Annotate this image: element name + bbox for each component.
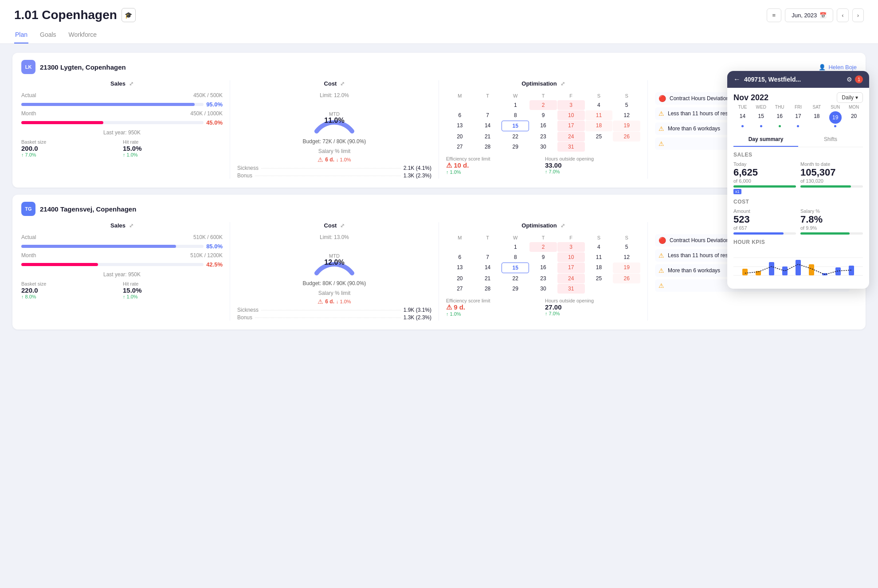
fp-kpi-row-sales: Today 6,625 of 6,000 x1 Month to date 10… xyxy=(733,161,863,194)
fp-mtd-kpi: Month to date 105,307 of 130,020 xyxy=(800,161,863,194)
cost-section-1: Cost ⤢ Limit: 12.0% MTD 11.0% Budget: 72… xyxy=(230,80,439,179)
page-title: 1.01 Copenhagen 🎓 xyxy=(14,8,136,22)
fp-cal-14[interactable]: 14 xyxy=(733,111,752,124)
comp-text-1-2: Less than 11 hours of rest xyxy=(668,110,729,117)
month-label-1: Month xyxy=(21,110,36,117)
svg-rect-10 xyxy=(835,267,841,275)
comp-icon-orange-6: ⚠ xyxy=(658,282,664,289)
fp-hour-kpis: Hour KPIs xyxy=(733,239,863,284)
tab-goals[interactable]: Goals xyxy=(39,27,57,43)
month-pct-1: 45.0% xyxy=(206,119,223,126)
store-user-name-1: Helen Boje xyxy=(828,64,857,71)
comp-icon-orange-2: ⚠ xyxy=(658,125,664,132)
comp-icon-red-1: 🔴 xyxy=(658,95,666,102)
cost-expand-2[interactable]: ⤢ xyxy=(340,223,345,229)
opt-section-2: Optimisation ⤢ MTWTFSS 12345 6789101112 … xyxy=(439,222,648,321)
fp-cal-20[interactable]: 20 xyxy=(845,111,863,124)
budget-1: Budget: 72K / 80K (90.0%) xyxy=(237,138,431,145)
fp-body: Sales Today 6,625 of 6,000 x1 Month to d… xyxy=(727,147,869,289)
hitrate-label-1: Hit rate xyxy=(123,139,223,145)
donut-1: MTD 11.0% xyxy=(310,100,359,136)
svg-rect-6 xyxy=(782,267,788,275)
fp-cal-17[interactable]: 17 xyxy=(789,111,807,124)
cost-limit-1: Limit: 12.0% xyxy=(237,92,431,98)
comp-icon-orange-5: ⚠ xyxy=(658,267,664,274)
fp-month-title: Nov 2022 xyxy=(733,93,768,102)
store-user-1[interactable]: 👤 Helen Boje xyxy=(819,64,857,71)
salary-warn-1: ⚠ xyxy=(317,156,323,163)
tab-workforce[interactable]: Workforce xyxy=(68,27,98,43)
sales-expand-1[interactable]: ⤢ xyxy=(129,81,133,87)
opt-expand-2[interactable]: ⤢ xyxy=(561,223,565,229)
comp-text-1-1: Contract Hours Deviation xyxy=(670,95,729,102)
fp-cost-section: Cost Amount 523 of 657 Salary % 7.8% of … xyxy=(733,199,863,235)
calendar-icon: 📅 xyxy=(819,12,827,19)
fp-icons: ⚙ 1 xyxy=(847,75,863,83)
fp-title: 409715, Westfield... xyxy=(744,76,843,83)
month-metric-1: Month 450K / 1000K 45.0% xyxy=(21,110,223,126)
prev-button[interactable]: ‹ xyxy=(837,8,848,22)
title-row: 1.01 Copenhagen 🎓 ≡ Jun, 2023 📅 ‹ › xyxy=(14,8,864,27)
tab-plan[interactable]: Plan xyxy=(14,27,28,43)
fp-cal-15[interactable]: 15 xyxy=(752,111,770,124)
store-title-1: LK 21300 Lygten, Copenhagen xyxy=(21,60,126,74)
cost-title-1: Cost ⤢ xyxy=(237,80,431,87)
fp-sales-label: Sales xyxy=(733,152,863,158)
fp-cal-nav: TUE WED THU FRI SAT SUN MON 14 15 16 17 … xyxy=(727,105,869,129)
store-avatar-1: LK xyxy=(21,60,35,74)
svg-rect-7 xyxy=(796,260,801,275)
comp-text-1-3: More than 6 workdays xyxy=(668,125,720,132)
sales-section-1: Sales ⤢ Actual 450K / 500K 95.0% Month xyxy=(21,80,230,179)
cal-bottom-1: Efficiency score limit ⚠ 10 d. ↑ 1.0% Ho… xyxy=(446,156,640,175)
fp-today-kpi: Today 6,625 of 6,000 x1 xyxy=(733,161,796,194)
sales-section-2: Sales ⤢ Actual 510K / 600K 85.0% Month xyxy=(21,222,230,321)
svg-rect-8 xyxy=(809,264,814,275)
store-name-1: 21300 Lygten, Copenhagen xyxy=(40,63,126,71)
fp-salary-pct-kpi: Salary % 7.8% of 9.9% xyxy=(800,208,863,235)
opt-expand-1[interactable]: ⤢ xyxy=(561,81,565,87)
opt-title-1: Optimisation ⤢ xyxy=(446,80,640,87)
next-button[interactable]: › xyxy=(852,8,864,22)
svg-rect-3 xyxy=(742,269,748,275)
sales-title-1: Sales ⤢ xyxy=(21,80,223,87)
actual-value-1: 450K / 500K xyxy=(193,92,223,98)
fp-cal-19-selected[interactable]: 19 xyxy=(829,111,842,124)
fp-tabs: Day summary Shifts xyxy=(733,133,863,147)
basket-label-1: Basket size xyxy=(21,139,121,145)
fp-settings-button[interactable]: ⚙ xyxy=(847,76,852,83)
fp-back-button[interactable]: ← xyxy=(733,75,741,83)
page-header: 1.01 Copenhagen 🎓 ≡ Jun, 2023 📅 ‹ › Plan… xyxy=(0,0,878,44)
basket-value-1: 200.0 xyxy=(21,145,121,152)
salary-trend-1: ↓ 1.0% xyxy=(336,157,351,162)
salary-days-1: 6 d. xyxy=(325,157,334,163)
fp-tab-day-summary[interactable]: Day summary xyxy=(733,133,798,147)
cost-expand-1[interactable]: ⤢ xyxy=(340,81,345,87)
fp-chart xyxy=(733,249,863,284)
actual-label-1: Actual xyxy=(21,92,36,98)
hitrate-value-1: 15.0% xyxy=(123,145,223,152)
header-controls: ≡ Jun, 2023 📅 ‹ › xyxy=(767,8,864,22)
fp-cal-18[interactable]: 18 xyxy=(807,111,826,124)
opt-section-1: Optimisation ⤢ MTWTFSS 12345 6789101112 … xyxy=(439,80,648,179)
fp-tab-shifts[interactable]: Shifts xyxy=(798,133,863,147)
fp-view-select[interactable]: Daily ▾ xyxy=(837,92,863,103)
last-year-1: Last year: 950K xyxy=(21,129,223,136)
fp-cal-16[interactable]: 16 xyxy=(771,111,789,124)
comp-icon-orange-4: ⚠ xyxy=(658,252,664,259)
basket-trend-1: ↑ 7.0% xyxy=(21,152,121,157)
main-tabs: Plan Goals Workforce xyxy=(14,27,864,43)
page-title-text: 1.01 Copenhagen xyxy=(14,8,117,22)
fp-notification-badge[interactable]: 1 xyxy=(855,75,863,83)
sales-expand-2[interactable]: ⤢ xyxy=(129,223,133,229)
filter-button[interactable]: ≡ xyxy=(767,8,782,22)
svg-rect-5 xyxy=(769,262,774,275)
floating-panel: ← 409715, Westfield... ⚙ 1 Nov 2022 Dail… xyxy=(727,71,869,289)
salary-row-1: Salary % limit xyxy=(237,148,431,154)
cal-grid-1: MTWTFSS 12345 6789101112 13141516171819 … xyxy=(446,92,640,152)
fp-kpi-row-cost: Amount 523 of 657 Salary % 7.8% of 9.9% xyxy=(733,208,863,235)
title-icon[interactable]: 🎓 xyxy=(122,8,136,22)
comp-icon-red-2: 🔴 xyxy=(658,237,666,244)
date-button[interactable]: Jun, 2023 📅 xyxy=(785,8,833,22)
donut-label-1: MTD 11.0% xyxy=(324,111,344,125)
sick-bonus-1: Sickness 2.1K (4.1%) Bonus 1.3K (2.3%) xyxy=(237,165,431,179)
